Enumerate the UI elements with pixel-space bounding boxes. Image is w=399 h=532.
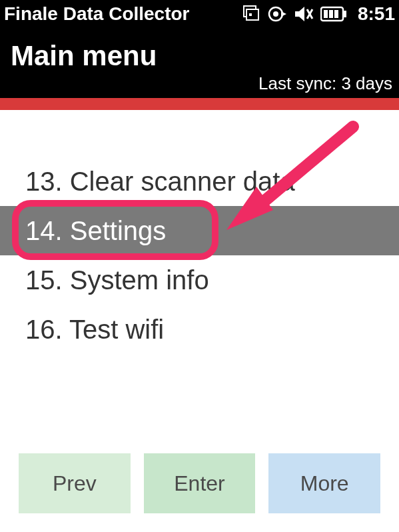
accent-bar xyxy=(0,98,399,110)
status-icons: 8:51 xyxy=(242,3,395,25)
menu-item-system-info[interactable]: 15. System info xyxy=(0,255,399,305)
svg-point-4 xyxy=(273,11,278,17)
svg-rect-10 xyxy=(329,10,333,18)
page-title: Main menu xyxy=(11,40,388,72)
menu-item-test-wifi[interactable]: 16. Test wifi xyxy=(0,305,399,354)
sync-icon xyxy=(267,5,287,23)
menu-item-label: Settings xyxy=(70,216,167,245)
svg-rect-2 xyxy=(249,13,252,16)
menu-item-number: 13. xyxy=(25,167,63,196)
app-title: Finale Data Collector xyxy=(4,3,242,25)
svg-rect-1 xyxy=(246,9,258,20)
menu-item-settings[interactable]: 14. Settings xyxy=(0,206,399,255)
menu-item-number: 16. xyxy=(25,315,63,344)
enter-button[interactable]: Enter xyxy=(144,453,256,513)
last-sync-label: Last sync: 3 days xyxy=(258,73,392,94)
menu-item-label: Test wifi xyxy=(69,315,164,344)
menu-item-label: Clear scanner data xyxy=(70,167,295,196)
svg-rect-8 xyxy=(344,11,346,17)
main-menu: 13. Clear scanner data 14. Settings 15. … xyxy=(0,110,399,354)
windows-icon xyxy=(242,5,260,23)
menu-item-number: 15. xyxy=(25,265,63,295)
menu-item-number: 14. xyxy=(25,216,63,245)
menu-item-clear-scanner-data[interactable]: 13. Clear scanner data xyxy=(0,157,399,206)
battery-icon xyxy=(320,6,347,22)
more-button[interactable]: More xyxy=(268,453,380,513)
status-bar: Finale Data Collector xyxy=(0,0,399,28)
header: Main menu Last sync: 3 days xyxy=(0,28,399,98)
prev-button[interactable]: Prev xyxy=(19,453,131,513)
svg-rect-11 xyxy=(334,10,338,18)
volume-icon xyxy=(294,5,314,23)
svg-rect-9 xyxy=(324,10,328,18)
footer-buttons: Prev Enter More xyxy=(0,453,399,513)
clock: 8:51 xyxy=(358,3,395,25)
menu-item-label: System info xyxy=(70,265,209,295)
